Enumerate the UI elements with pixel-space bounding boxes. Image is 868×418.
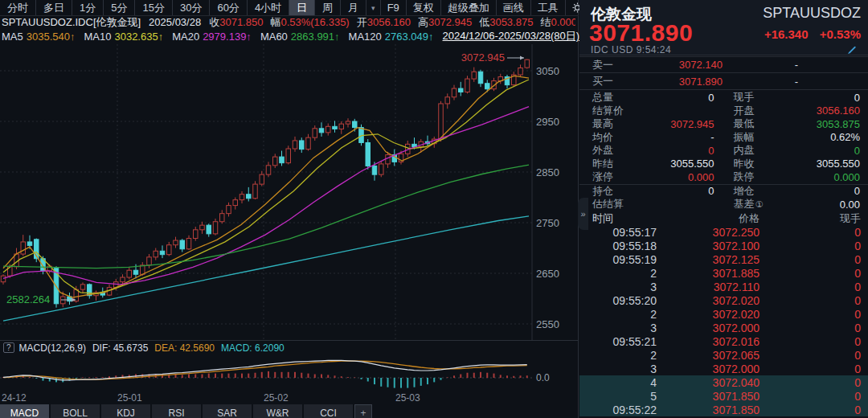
sales-row: 43072.0400	[579, 375, 868, 389]
toolbar-item-F9[interactable]: F9	[380, 0, 406, 15]
toolbar-item-画线[interactable]: 画线	[496, 0, 530, 15]
candle	[459, 82, 464, 96]
bid-label: 买一	[592, 74, 613, 88]
indicator-name[interactable]: MACD(12,26,9)	[19, 342, 86, 354]
indicator-tab-CCI[interactable]: CCI	[304, 404, 353, 418]
field-value: 0.53%(16.335)	[280, 16, 349, 28]
indicator-tab-BOLL[interactable]: BOLL	[51, 404, 100, 418]
quote-grid-row: 外盘0内盘0	[579, 144, 868, 158]
panel-collapse-handle[interactable]: »	[578, 198, 588, 230]
sales-price: 3072.125	[657, 253, 760, 266]
macd-pane[interactable]: 0.0	[0, 354, 578, 391]
svg-text:2550: 2550	[536, 318, 559, 330]
period-tab-多日[interactable]: 多日	[36, 0, 72, 15]
period-tab-1分[interactable]: 1分	[72, 0, 104, 15]
indicator-tab-W&R[interactable]: W&R	[253, 404, 302, 418]
period-tab-60分[interactable]: 60分	[210, 0, 247, 15]
field-结: 结0.000	[540, 15, 575, 29]
quote-field-label: 基差①	[734, 197, 764, 211]
sales-header-volume: 现手	[760, 211, 868, 226]
candle	[253, 181, 258, 199]
ma-item-MA20: MA202979.139↑	[172, 31, 252, 43]
sales-row: 33072.0000	[579, 321, 868, 334]
quote-field-label: 最低	[734, 117, 755, 131]
add-indicator-button[interactable]: +	[354, 404, 372, 418]
period-tab-15分[interactable]: 15分	[135, 0, 172, 15]
sales-time: 09:55:22	[579, 404, 657, 416]
change-value: +16.340	[764, 27, 809, 41]
edit-icon[interactable]	[847, 45, 857, 55]
sales-header-price: 价格	[657, 211, 760, 226]
quote-grid-row: 昨结3055.550昨收3055.550	[579, 158, 868, 171]
trading-app: 分时多日1分5分15分30分60分4小时日周月 ▾ F9复权超级叠加画线工具 >	[0, 0, 868, 418]
ma-items: MA53035.540↑MA103032.635↑MA202979.139↑MA…	[2, 31, 443, 43]
help-icon[interactable]: ?	[3, 342, 14, 353]
period-tab-周[interactable]: 周	[315, 0, 341, 15]
sales-volume: 0	[760, 390, 868, 403]
ma-label: MA10	[84, 31, 111, 43]
toolbar-item-复权[interactable]: 复权	[406, 0, 440, 15]
candle	[505, 75, 510, 88]
quote-field-持仓: 持仓0	[579, 185, 724, 199]
quote-field-value: 3055.550	[670, 158, 714, 170]
field-value: 3056.160	[367, 16, 411, 28]
candle	[425, 136, 430, 146]
candle	[472, 68, 477, 82]
field-label: 收	[209, 16, 219, 28]
quote-field-label: 振幅	[734, 130, 755, 145]
period-tab-4小时[interactable]: 4小时	[248, 0, 289, 15]
toolbar-item-工具[interactable]: 工具	[530, 0, 565, 15]
field-高: 高3072.945	[418, 15, 472, 29]
period-tab-日[interactable]: 日	[289, 0, 315, 15]
period-tab-分时[interactable]: 分时	[0, 0, 36, 15]
quote-field-value: -	[710, 131, 714, 143]
candle	[306, 134, 311, 151]
x-axis-label: 25-03	[395, 392, 420, 404]
candle	[167, 242, 172, 256]
indicator-tab-MACD[interactable]: MACD	[0, 404, 49, 418]
ask-label: 卖一	[592, 58, 613, 72]
session-date: 2025/03/28	[149, 16, 201, 28]
exchange-currency-time: IDC USD 9:54:24	[591, 44, 671, 55]
candle	[247, 187, 252, 202]
sales-time: 3	[579, 363, 657, 375]
sales-volume: 0	[760, 322, 868, 334]
ma-label: MA5	[2, 31, 23, 43]
quote-grid-row: 持仓0增仓0	[579, 184, 868, 199]
quote-grid-row: 涨停0.000跌停0.000	[579, 170, 868, 184]
macd-value: MACD: 6.2090	[221, 342, 285, 354]
indicator-tab-RSI[interactable]: RSI	[152, 404, 201, 418]
period-tab-5分[interactable]: 5分	[104, 0, 135, 15]
quote-field-外盘: 外盘0	[579, 144, 724, 158]
sales-row: 23071.8850	[579, 266, 868, 280]
candle	[512, 72, 517, 87]
date-range-selector[interactable]: 2024/12/06-2025/03/28(80日)	[443, 29, 580, 43]
candle	[313, 125, 317, 141]
chart-section: 分时多日1分5分15分30分60分4小时日周月 ▾ F9复权超级叠加画线工具 >	[0, 0, 579, 418]
sales-time: 09:55:20	[579, 294, 657, 307]
period-tab-30分[interactable]: 30分	[173, 0, 210, 15]
ma-item-MA5: MA53035.540↑	[2, 31, 75, 43]
dif-line	[3, 360, 527, 380]
quote-field-label: 内盘	[734, 143, 755, 158]
quote-field-label: 外盘	[592, 143, 613, 158]
sales-volume: 0	[760, 253, 868, 266]
indicator-tab-KDJ[interactable]: KDJ	[101, 404, 150, 418]
quote-detail-grid: 总量0现手0结算价开盘3056.160最高3072.945最低3053.875均…	[579, 91, 868, 211]
quote-field-现手: 现手0	[724, 91, 868, 104]
ma-item-MA10: MA103032.635↑	[84, 31, 163, 43]
chevron-down-icon[interactable]: ▾	[366, 0, 380, 15]
quote-field-label: 昨结	[592, 157, 613, 171]
quote-field-结算价: 结算价	[579, 104, 724, 118]
time-axis: 24-1225-0125-0225-03	[0, 391, 578, 404]
indicator-tab-SAR[interactable]: SAR	[203, 404, 252, 418]
candle	[186, 236, 191, 250]
ma-value: 2763.049↑	[385, 31, 434, 43]
quote-field-value: 0	[854, 145, 860, 157]
quote-grid-row: 总量0现手0	[579, 91, 868, 104]
quote-field-均价: 均价-	[579, 131, 724, 145]
toolbar-item-超级叠加[interactable]: 超级叠加	[440, 0, 496, 15]
sales-price: 3072.250	[657, 226, 760, 239]
period-tab-月[interactable]: 月	[341, 0, 366, 15]
candlestick-chart[interactable]: 3050295028502750265025503072.9452582.264	[0, 44, 578, 340]
